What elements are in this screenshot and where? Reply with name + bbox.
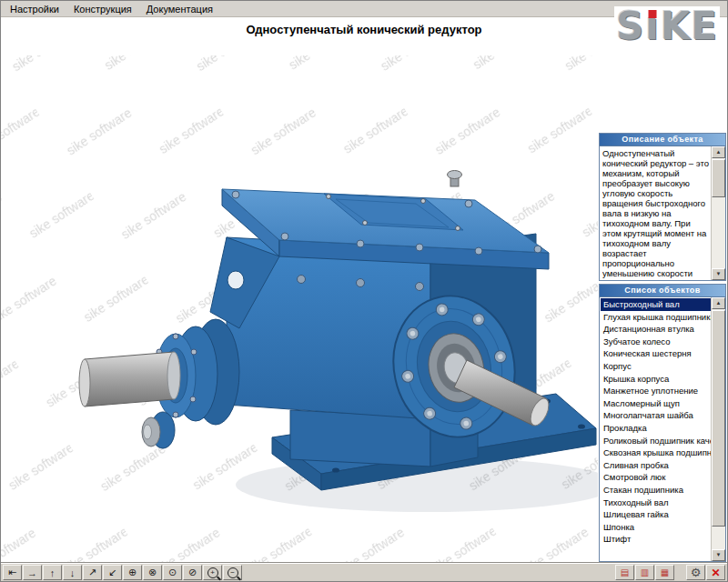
scroll-up-button[interactable]: ▲: [712, 146, 725, 158]
list-item[interactable]: Шлицевая гайка: [601, 508, 711, 521]
scroll-up-button[interactable]: ▲: [712, 297, 725, 309]
rotate-free-button[interactable]: ⊕: [123, 565, 142, 580]
3d-viewport[interactable]: sike software sike software: [1, 55, 598, 565]
list-item[interactable]: Стакан подшипника: [601, 484, 711, 497]
description-panel-header: Описание объекта: [600, 134, 725, 146]
assembly-order-icon: ▤: [621, 567, 629, 577]
move-diagonal-up-icon: ↗: [88, 567, 96, 578]
list-item[interactable]: Сквозная крышка подшипника: [601, 447, 711, 459]
pan-up-icon: ↑: [50, 567, 56, 578]
pan-left-button[interactable]: ⇤: [3, 565, 22, 580]
pan-right-icon: →: [27, 567, 37, 578]
zoom-in-button[interactable]: +: [203, 565, 222, 580]
navigation-toolbar: ⇤ → ↑ ↓ ↗ ↙ ⊕ ⊗ ⊙ ⊘ + −: [3, 565, 242, 580]
objects-panel: Список объектов Быстроходный вал Глухая …: [599, 284, 726, 562]
zoom-in-icon: +: [207, 567, 218, 578]
rotate-x-icon: ⊗: [148, 567, 157, 578]
gearbox-model[interactable]: sike software sike software: [1, 55, 598, 565]
description-text: Одноступенчатый конический редуктор – эт…: [602, 148, 710, 278]
logo-letter-s: S: [616, 6, 644, 46]
assembly-order-button[interactable]: ▤: [615, 565, 634, 580]
gear-icon: ⚙: [691, 566, 702, 579]
move-diagonal-down-button[interactable]: ↙: [103, 565, 122, 580]
part-fast-shaft[interactable]: [79, 352, 180, 406]
objects-scrollbar[interactable]: ▲ ▼: [711, 297, 725, 561]
scroll-down-button[interactable]: ▼: [712, 549, 725, 561]
scroll-thumb[interactable]: [712, 159, 725, 197]
system-toolbar: ▤ ▥ ▦ ⚙ ✕: [615, 565, 725, 580]
list-item[interactable]: Коническая шестерня: [601, 347, 711, 360]
pan-down-icon: ↓: [70, 567, 76, 578]
application-window: Настройки Конструкция Документация Однос…: [0, 0, 728, 582]
list-item[interactable]: Манжетное уплотнение: [601, 385, 711, 397]
parts-table-button[interactable]: ▦: [655, 565, 674, 580]
list-item[interactable]: Масломерный щуп: [601, 397, 711, 410]
objects-panel-header: Список объектов: [600, 285, 725, 297]
rotate-y-button[interactable]: ⊙: [163, 565, 182, 580]
menu-item-settings[interactable]: Настройки: [3, 3, 66, 15]
description-panel: Описание объекта Одноступенчатый коничес…: [599, 133, 726, 281]
list-item[interactable]: Тихоходный вал: [601, 497, 711, 509]
move-diagonal-up-button[interactable]: ↗: [83, 565, 102, 580]
list-item[interactable]: Прокладка: [601, 422, 711, 435]
scroll-down-button[interactable]: ▼: [712, 268, 725, 280]
move-diagonal-down-icon: ↙: [108, 567, 116, 578]
pan-left-icon: ⇤: [8, 567, 16, 578]
logo-letter-i: ı: [645, 6, 659, 46]
sike-logo: S ı K E: [614, 6, 720, 46]
disassembly-order-icon: ▥: [641, 567, 649, 577]
list-item[interactable]: Зубчатое колесо: [601, 336, 711, 348]
pan-up-button[interactable]: ↑: [43, 565, 62, 580]
list-item[interactable]: Смотровой люк: [601, 471, 711, 484]
bottom-toolbar: ⇤ → ↑ ↓ ↗ ↙ ⊕ ⊗ ⊙ ⊘ + − ▤ ▥ ▦ ⚙ ✕: [1, 563, 727, 581]
scroll-down-icon: ▼: [716, 271, 722, 276]
close-icon: ✕: [711, 567, 720, 579]
pan-right-button[interactable]: →: [23, 565, 42, 580]
objects-list: Быстроходный вал Глухая крышка подшипник…: [601, 298, 711, 560]
parts-table-icon: ▦: [661, 567, 669, 577]
rotate-z-button[interactable]: ⊘: [183, 565, 202, 580]
scroll-up-icon: ▲: [716, 149, 722, 155]
settings-help-button[interactable]: ⚙: [686, 565, 705, 580]
menu-item-documentation[interactable]: Документация: [139, 3, 220, 15]
zoom-out-icon: −: [228, 567, 238, 578]
list-item[interactable]: Сливная пробка: [601, 459, 711, 472]
list-item[interactable]: Дистанционная втулка: [601, 323, 711, 336]
menu-item-construction[interactable]: Конструкция: [66, 3, 139, 15]
scroll-thumb[interactable]: [712, 310, 725, 527]
scroll-down-icon: ▼: [716, 552, 722, 557]
logo-letter-e: E: [691, 6, 718, 46]
description-scrollbar[interactable]: ▲ ▼: [711, 146, 725, 280]
logo-dot-icon: [649, 10, 657, 18]
list-item[interactable]: Роликовый подшипник качения: [601, 435, 711, 447]
list-item[interactable]: Многолапчатая шайба: [601, 409, 711, 422]
rotate-y-icon: ⊙: [168, 567, 177, 578]
logo-letter-k: K: [661, 6, 692, 46]
list-item[interactable]: Штифт: [601, 533, 711, 546]
zoom-out-button[interactable]: −: [223, 565, 242, 580]
list-item[interactable]: Корпус: [601, 360, 711, 373]
rotate-free-icon: ⊕: [128, 567, 136, 578]
rotate-x-button[interactable]: ⊗: [143, 565, 162, 580]
list-item[interactable]: Шпонка: [601, 521, 711, 534]
list-item[interactable]: Глухая крышка подшипника: [601, 311, 711, 324]
close-button[interactable]: ✕: [706, 565, 725, 580]
pan-down-button[interactable]: ↓: [63, 565, 82, 580]
rotate-z-icon: ⊘: [188, 567, 197, 578]
scroll-up-icon: ▲: [716, 300, 722, 306]
list-item-selected[interactable]: Быстроходный вал: [601, 298, 711, 311]
list-item[interactable]: Крышка корпуса: [601, 373, 711, 386]
disassembly-order-button[interactable]: ▥: [635, 565, 654, 580]
